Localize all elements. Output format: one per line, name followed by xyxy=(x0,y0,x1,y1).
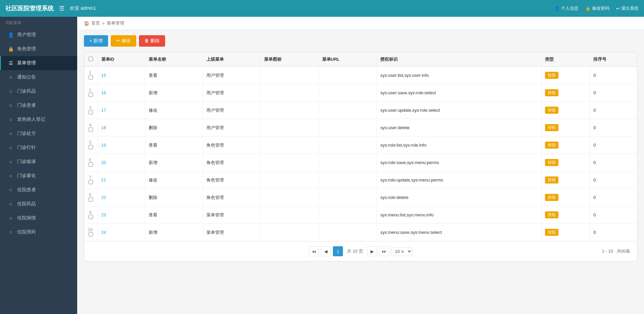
sidebar-item-clinic-injection[interactable]: ○ 门诊打针 xyxy=(0,141,77,155)
th-type: 类型 xyxy=(542,52,590,67)
row-number: 2 xyxy=(89,88,91,93)
add-button[interactable]: + 新增 xyxy=(84,35,108,47)
page-size-select[interactable]: 10 ∨ 20 50 xyxy=(391,247,412,256)
row-number: 6 xyxy=(89,157,91,162)
row-checkbox[interactable] xyxy=(89,93,93,97)
row-number: 10 xyxy=(88,227,93,232)
table-row: 10 24 新增 菜单管理 sys:menu:save,sys:menu:sel… xyxy=(84,224,637,241)
table-header-row: 菜单ID 菜单名称 上级菜单 菜单图标 菜单URL 授权标识 类型 排序号 xyxy=(84,52,637,67)
row-checkbox[interactable] xyxy=(89,197,93,202)
sidebar-item-role-mgmt[interactable]: 🔒 角色管理 xyxy=(0,42,77,56)
td-auth: sys:role:list,sys:role:info xyxy=(377,137,542,154)
td-type: 按钮 xyxy=(542,206,590,224)
type-badge: 按钮 xyxy=(545,194,558,201)
td-menu-id[interactable]: 20 xyxy=(98,154,145,171)
sidebar: 导航菜单 👤 用户管理 🔒 角色管理 ☰ 菜单管理 ○ 通知公告 ○ 门诊药品 … xyxy=(0,17,77,314)
sidebar-item-user-mgmt[interactable]: 👤 用户管理 xyxy=(0,28,77,42)
type-badge: 按钮 xyxy=(545,211,558,218)
td-row-num: 6 xyxy=(84,154,98,171)
td-parent-menu: 用户管理 xyxy=(203,102,261,119)
td-menu-url xyxy=(318,137,377,154)
change-pwd-link[interactable]: 🔒 修改密码 xyxy=(585,5,609,11)
td-type: 按钮 xyxy=(542,171,590,189)
td-auth: sys:role:delete xyxy=(377,189,542,206)
clinic-drug-icon: ○ xyxy=(8,89,14,94)
current-page-btn[interactable]: 1 xyxy=(333,246,343,256)
delete-button[interactable]: 🗑 删除 xyxy=(139,35,165,47)
row-checkbox[interactable] xyxy=(89,75,93,80)
sidebar-item-label: 门诊药品 xyxy=(17,88,36,94)
row-checkbox[interactable] xyxy=(89,145,93,149)
td-menu-id[interactable]: 19 xyxy=(98,137,145,154)
td-menu-icon xyxy=(261,84,318,102)
hosp-patient-icon: ○ xyxy=(8,187,14,193)
prev-page-btn[interactable]: ◀ xyxy=(321,246,331,256)
edit-button[interactable]: ✏ 修改 xyxy=(111,35,136,47)
td-sort: 0 xyxy=(590,206,637,224)
td-row-num: 9 xyxy=(84,206,98,224)
td-type: 按钮 xyxy=(542,67,590,84)
sidebar-item-label: 菜单管理 xyxy=(17,60,36,66)
header-left: 社区医院管理系统 ☰ 欢迎 admin1 xyxy=(5,4,96,12)
select-all-checkbox[interactable] xyxy=(89,57,93,61)
table-row: 9 23 查看 菜单管理 sys:menu:list,sys:menu:info… xyxy=(84,206,637,224)
breadcrumb-current: 菜单管理 xyxy=(107,20,124,26)
row-checkbox[interactable] xyxy=(89,127,93,132)
breadcrumb-home[interactable]: 首页 xyxy=(91,20,100,26)
clinic-nebulization-icon: ○ xyxy=(8,173,14,178)
row-checkbox[interactable] xyxy=(89,232,93,237)
sidebar-item-hosp-medicine[interactable]: ○ 住院用药 xyxy=(0,225,77,239)
sidebar-item-hosp-drug[interactable]: ○ 住院药品 xyxy=(0,197,77,211)
td-menu-name: 修改 xyxy=(145,171,203,189)
sidebar-item-clinic-nebulization[interactable]: ○ 门诊雾化 xyxy=(0,169,77,183)
next-page-btn[interactable]: ▶ xyxy=(367,246,377,256)
td-menu-id[interactable]: 18 xyxy=(98,119,145,137)
td-menu-icon xyxy=(261,119,318,137)
td-menu-id[interactable]: 22 xyxy=(98,189,145,206)
td-sort: 0 xyxy=(590,137,637,154)
type-badge: 按钮 xyxy=(545,107,558,114)
last-page-btn[interactable]: ⏭ xyxy=(379,246,389,256)
sidebar-item-label: 门诊打针 xyxy=(17,145,36,151)
sidebar-item-fever-register[interactable]: ○ 发热病人登记 xyxy=(0,112,77,126)
sidebar-item-clinic-patient[interactable]: ○ 门诊患者 xyxy=(0,98,77,112)
td-menu-id[interactable]: 17 xyxy=(98,102,145,119)
fever-register-icon: ○ xyxy=(8,117,14,122)
user-info-link[interactable]: 👤 个人信息 xyxy=(554,5,579,11)
table-row: 4 18 删除 用户管理 sys:user:delete 按钮 0 xyxy=(84,119,637,137)
sidebar-item-hosp-illness[interactable]: ○ 住院病情 xyxy=(0,211,77,225)
td-menu-icon xyxy=(261,102,318,119)
td-menu-id[interactable]: 16 xyxy=(98,84,145,102)
sidebar-item-clinic-prescription[interactable]: ○ 门诊处方 xyxy=(0,126,77,141)
td-menu-id[interactable]: 23 xyxy=(98,206,145,224)
sidebar-item-hosp-patient[interactable]: ○ 住院患者 xyxy=(0,183,77,197)
td-sort: 0 xyxy=(590,224,637,241)
td-sort: 0 xyxy=(590,154,637,171)
td-menu-name: 查看 xyxy=(145,67,203,84)
pagination-range-info: 1 - 10 共00条 xyxy=(602,248,630,254)
row-checkbox[interactable] xyxy=(89,215,93,219)
hamburger-icon[interactable]: ☰ xyxy=(59,5,64,12)
sidebar-item-menu-mgmt[interactable]: ☰ 菜单管理 xyxy=(0,56,77,70)
td-auth: sys:role:save,sys:menu:perms xyxy=(377,154,542,171)
td-auth: sys:menu:save,sys:menu:select xyxy=(377,224,542,241)
sidebar-item-clinic-infusion[interactable]: ○ 门诊输液 xyxy=(0,155,77,169)
td-menu-icon xyxy=(261,154,318,171)
sidebar-item-label: 住院药品 xyxy=(17,201,36,207)
td-menu-id[interactable]: 24 xyxy=(98,224,145,241)
logout-link[interactable]: ↩ 退出系统 xyxy=(616,5,639,11)
row-checkbox[interactable] xyxy=(89,110,93,114)
td-sort: 0 xyxy=(590,84,637,102)
sidebar-item-label: 住院用药 xyxy=(17,229,36,235)
td-sort: 0 xyxy=(590,171,637,189)
row-checkbox[interactable] xyxy=(89,180,93,184)
header: 社区医院管理系统 ☰ 欢迎 admin1 👤 个人信息 🔒 修改密码 ↩ 退出系… xyxy=(0,0,644,17)
first-page-btn[interactable]: ⏮ xyxy=(309,246,319,256)
td-parent-menu: 角色管理 xyxy=(203,189,261,206)
clinic-injection-icon: ○ xyxy=(8,145,14,150)
sidebar-item-clinic-drug[interactable]: ○ 门诊药品 xyxy=(0,84,77,98)
td-menu-id[interactable]: 21 xyxy=(98,171,145,189)
row-checkbox[interactable] xyxy=(89,162,93,167)
td-menu-id[interactable]: 15 xyxy=(98,67,145,84)
sidebar-item-notice[interactable]: ○ 通知公告 xyxy=(0,70,77,84)
